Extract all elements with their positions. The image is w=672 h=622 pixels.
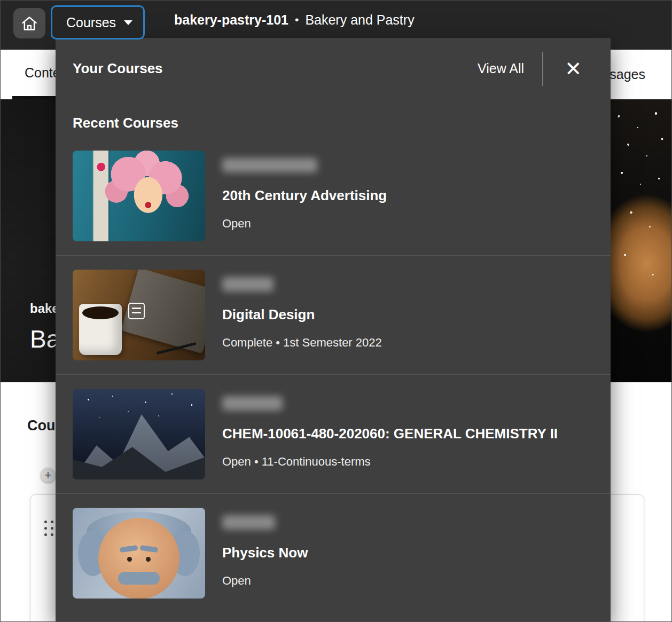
breadcrumb-course-id: bakery-pastry-101 [174,12,288,28]
course-title[interactable]: CHEM-10061-480-202060: GENERAL CHEMISTRY… [222,426,558,442]
panel-title: Your Courses [73,60,478,77]
course-row[interactable]: Physics Now Open [56,493,611,612]
course-id-redacted [222,396,283,411]
course-id-redacted [222,158,317,172]
drag-handle-icon[interactable] [44,521,53,536]
home-button[interactable] [13,8,45,38]
courses-button-label: Courses [66,15,116,30]
header-divider [542,52,543,86]
document-overlay-icon [128,303,145,319]
close-icon: ✕ [565,58,582,80]
course-thumbnail-mountain [73,389,205,479]
course-info: CHEM-10061-480-202060: GENERAL CHEMISTRY… [222,389,558,469]
course-info: 20th Century Advertising Open [222,151,387,231]
app-window: Courses bakery-pastry-101 • Bakery and P… [0,0,672,622]
course-row[interactable]: CHEM-10061-480-202060: GENERAL CHEMISTRY… [56,374,611,493]
course-status: Complete • 1st Semester 2022 [222,336,382,350]
course-id-redacted [222,277,274,292]
course-thumbnail-coffee [73,270,205,360]
course-row[interactable]: Digital Design Complete • 1st Semester 2… [56,255,611,374]
course-status: Open [222,574,308,588]
home-icon [21,15,38,32]
course-title[interactable]: Digital Design [222,306,382,323]
add-content-button[interactable]: + [41,468,56,483]
breadcrumb-separator: • [295,13,299,26]
courses-menu-button[interactable]: Courses [51,5,145,40]
courses-dropdown-panel: Your Courses View All ✕ Recent Courses 2… [56,38,611,622]
recent-courses-list: 20th Century Advertising Open Digital De… [56,137,611,612]
chevron-down-icon [124,20,132,25]
course-row[interactable]: 20th Century Advertising Open [56,137,611,255]
breadcrumb: bakery-pastry-101 • Bakery and Pastry [174,1,415,39]
course-info: Physics Now Open [222,508,308,588]
course-status: Open [222,217,387,231]
view-all-link[interactable]: View All [478,61,524,76]
course-status: Open • 11-Continuous-terms [222,455,558,469]
close-button[interactable]: ✕ [561,59,585,79]
hero-pastry-photo [610,99,671,382]
panel-header: Your Courses View All ✕ [56,38,611,99]
course-info: Digital Design Complete • 1st Semester 2… [222,270,382,350]
course-id-redacted [222,515,275,530]
course-thumbnail-advertising [73,151,205,241]
course-thumbnail-einstein [73,508,205,599]
course-title[interactable]: Physics Now [222,545,308,561]
recent-courses-heading: Recent Courses [73,114,611,131]
breadcrumb-course-title: Bakery and Pastry [305,12,414,28]
course-title[interactable]: 20th Century Advertising [222,187,387,204]
